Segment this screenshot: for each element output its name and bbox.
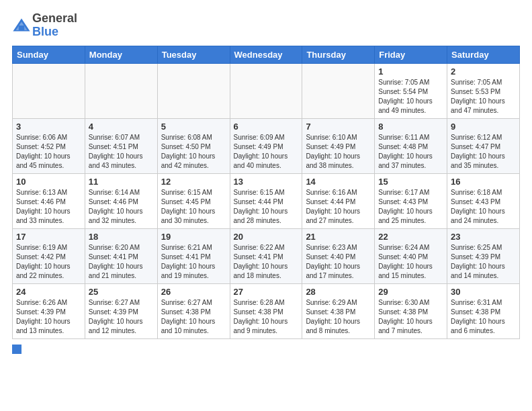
- day-number: 4: [89, 122, 154, 132]
- day-number: 15: [378, 177, 443, 187]
- calendar-cell: 25Sunrise: 6:27 AM Sunset: 4:39 PM Dayli…: [85, 283, 157, 338]
- calendar-cell: 8Sunrise: 6:11 AM Sunset: 4:48 PM Daylig…: [375, 118, 447, 173]
- day-number: 26: [161, 287, 226, 297]
- calendar-cell: [302, 63, 375, 118]
- calendar-header-friday: Friday: [375, 46, 447, 63]
- calendar-cell: [230, 63, 302, 118]
- day-info: Sunrise: 6:10 AM Sunset: 4:49 PM Dayligh…: [306, 133, 371, 171]
- calendar-header-sunday: Sunday: [13, 46, 85, 63]
- calendar-cell: [13, 63, 85, 118]
- day-number: 16: [451, 177, 516, 187]
- page: General Blue SundayMondayTuesdayWednesda…: [0, 0, 532, 362]
- day-info: Sunrise: 6:21 AM Sunset: 4:41 PM Dayligh…: [161, 243, 226, 281]
- day-number: 17: [16, 232, 81, 242]
- day-info: Sunrise: 6:09 AM Sunset: 4:49 PM Dayligh…: [234, 133, 299, 171]
- day-number: 8: [378, 122, 443, 132]
- calendar-header-row: SundayMondayTuesdayWednesdayThursdayFrid…: [13, 46, 520, 63]
- calendar-cell: 30Sunrise: 6:31 AM Sunset: 4:38 PM Dayli…: [447, 283, 520, 338]
- logo-blue: Blue: [32, 26, 77, 39]
- calendar-week-1: 1Sunrise: 7:05 AM Sunset: 5:54 PM Daylig…: [13, 63, 520, 118]
- logo: General Blue: [12, 12, 77, 39]
- day-info: Sunrise: 6:23 AM Sunset: 4:40 PM Dayligh…: [306, 243, 371, 281]
- day-number: 13: [234, 177, 299, 187]
- calendar-cell: 11Sunrise: 6:14 AM Sunset: 4:46 PM Dayli…: [85, 173, 157, 228]
- calendar-header-saturday: Saturday: [447, 46, 520, 63]
- day-number: 18: [89, 232, 154, 242]
- calendar-header-tuesday: Tuesday: [157, 46, 230, 63]
- calendar-cell: 24Sunrise: 6:26 AM Sunset: 4:39 PM Dayli…: [13, 283, 85, 338]
- day-number: 6: [234, 122, 299, 132]
- day-number: 20: [234, 232, 299, 242]
- day-info: Sunrise: 6:13 AM Sunset: 4:46 PM Dayligh…: [16, 188, 81, 226]
- calendar-cell: 17Sunrise: 6:19 AM Sunset: 4:42 PM Dayli…: [13, 228, 85, 283]
- day-info: Sunrise: 7:05 AM Sunset: 5:53 PM Dayligh…: [451, 78, 516, 116]
- day-info: Sunrise: 6:31 AM Sunset: 4:38 PM Dayligh…: [451, 298, 516, 336]
- day-number: 29: [378, 287, 443, 297]
- day-info: Sunrise: 6:28 AM Sunset: 4:38 PM Dayligh…: [234, 298, 299, 336]
- calendar-cell: 12Sunrise: 6:15 AM Sunset: 4:45 PM Dayli…: [157, 173, 230, 228]
- calendar-week-3: 10Sunrise: 6:13 AM Sunset: 4:46 PM Dayli…: [13, 173, 520, 228]
- calendar-cell: 1Sunrise: 7:05 AM Sunset: 5:54 PM Daylig…: [375, 63, 447, 118]
- logo-text: General Blue: [32, 12, 77, 39]
- day-number: 27: [234, 287, 299, 297]
- calendar-cell: 6Sunrise: 6:09 AM Sunset: 4:49 PM Daylig…: [230, 118, 302, 173]
- day-info: Sunrise: 6:14 AM Sunset: 4:46 PM Dayligh…: [89, 188, 154, 226]
- calendar-cell: 21Sunrise: 6:23 AM Sunset: 4:40 PM Dayli…: [302, 228, 375, 283]
- day-info: Sunrise: 6:19 AM Sunset: 4:42 PM Dayligh…: [16, 243, 81, 281]
- day-info: Sunrise: 6:17 AM Sunset: 4:43 PM Dayligh…: [378, 188, 443, 226]
- calendar-cell: 26Sunrise: 6:27 AM Sunset: 4:38 PM Dayli…: [157, 283, 230, 338]
- calendar-cell: 27Sunrise: 6:28 AM Sunset: 4:38 PM Dayli…: [230, 283, 302, 338]
- calendar-cell: 13Sunrise: 6:15 AM Sunset: 4:44 PM Dayli…: [230, 173, 302, 228]
- day-info: Sunrise: 6:08 AM Sunset: 4:50 PM Dayligh…: [161, 133, 226, 171]
- calendar-cell: 7Sunrise: 6:10 AM Sunset: 4:49 PM Daylig…: [302, 118, 375, 173]
- calendar-cell: 10Sunrise: 6:13 AM Sunset: 4:46 PM Dayli…: [13, 173, 85, 228]
- day-number: 23: [451, 232, 516, 242]
- calendar-cell: 4Sunrise: 6:07 AM Sunset: 4:51 PM Daylig…: [85, 118, 157, 173]
- calendar-cell: 5Sunrise: 6:08 AM Sunset: 4:50 PM Daylig…: [157, 118, 230, 173]
- calendar-week-2: 3Sunrise: 6:06 AM Sunset: 4:52 PM Daylig…: [13, 118, 520, 173]
- calendar-header-monday: Monday: [85, 46, 157, 63]
- day-number: 11: [89, 177, 154, 187]
- calendar-cell: 19Sunrise: 6:21 AM Sunset: 4:41 PM Dayli…: [157, 228, 230, 283]
- day-info: Sunrise: 6:11 AM Sunset: 4:48 PM Dayligh…: [378, 133, 443, 171]
- day-info: Sunrise: 6:27 AM Sunset: 4:39 PM Dayligh…: [89, 298, 154, 336]
- calendar-cell: 16Sunrise: 6:18 AM Sunset: 4:43 PM Dayli…: [447, 173, 520, 228]
- day-info: Sunrise: 6:24 AM Sunset: 4:40 PM Dayligh…: [378, 243, 443, 281]
- logo-icon: [12, 16, 31, 35]
- day-number: 30: [451, 287, 516, 297]
- day-number: 28: [306, 287, 371, 297]
- calendar-week-4: 17Sunrise: 6:19 AM Sunset: 4:42 PM Dayli…: [13, 228, 520, 283]
- calendar-header-wednesday: Wednesday: [230, 46, 302, 63]
- calendar-header-thursday: Thursday: [302, 46, 375, 63]
- calendar-cell: 22Sunrise: 6:24 AM Sunset: 4:40 PM Dayli…: [375, 228, 447, 283]
- calendar-cell: 28Sunrise: 6:29 AM Sunset: 4:38 PM Dayli…: [302, 283, 375, 338]
- day-info: Sunrise: 6:06 AM Sunset: 4:52 PM Dayligh…: [16, 133, 81, 171]
- legend-color-box: [12, 345, 21, 354]
- svg-rect-2: [19, 26, 24, 30]
- day-number: 12: [161, 177, 226, 187]
- day-number: 7: [306, 122, 371, 132]
- day-number: 3: [16, 122, 81, 132]
- day-info: Sunrise: 6:30 AM Sunset: 4:38 PM Dayligh…: [378, 298, 443, 336]
- day-info: Sunrise: 6:25 AM Sunset: 4:39 PM Dayligh…: [451, 243, 516, 281]
- day-info: Sunrise: 6:27 AM Sunset: 4:38 PM Dayligh…: [161, 298, 226, 336]
- calendar-cell: 20Sunrise: 6:22 AM Sunset: 4:41 PM Dayli…: [230, 228, 302, 283]
- day-info: Sunrise: 6:29 AM Sunset: 4:38 PM Dayligh…: [306, 298, 371, 336]
- day-info: Sunrise: 6:26 AM Sunset: 4:39 PM Dayligh…: [16, 298, 81, 336]
- day-number: 5: [161, 122, 226, 132]
- header: General Blue: [12, 12, 520, 39]
- calendar-cell: [157, 63, 230, 118]
- logo-general: General: [32, 12, 77, 26]
- day-info: Sunrise: 6:15 AM Sunset: 4:45 PM Dayligh…: [161, 188, 226, 226]
- calendar-cell: 14Sunrise: 6:16 AM Sunset: 4:44 PM Dayli…: [302, 173, 375, 228]
- day-info: Sunrise: 6:07 AM Sunset: 4:51 PM Dayligh…: [89, 133, 154, 171]
- day-number: 24: [16, 287, 81, 297]
- legend: [12, 345, 520, 354]
- calendar-cell: 18Sunrise: 6:20 AM Sunset: 4:41 PM Dayli…: [85, 228, 157, 283]
- day-number: 14: [306, 177, 371, 187]
- day-info: Sunrise: 6:16 AM Sunset: 4:44 PM Dayligh…: [306, 188, 371, 226]
- day-number: 10: [16, 177, 81, 187]
- day-info: Sunrise: 6:15 AM Sunset: 4:44 PM Dayligh…: [234, 188, 299, 226]
- day-info: Sunrise: 6:20 AM Sunset: 4:41 PM Dayligh…: [89, 243, 154, 281]
- day-info: Sunrise: 6:22 AM Sunset: 4:41 PM Dayligh…: [234, 243, 299, 281]
